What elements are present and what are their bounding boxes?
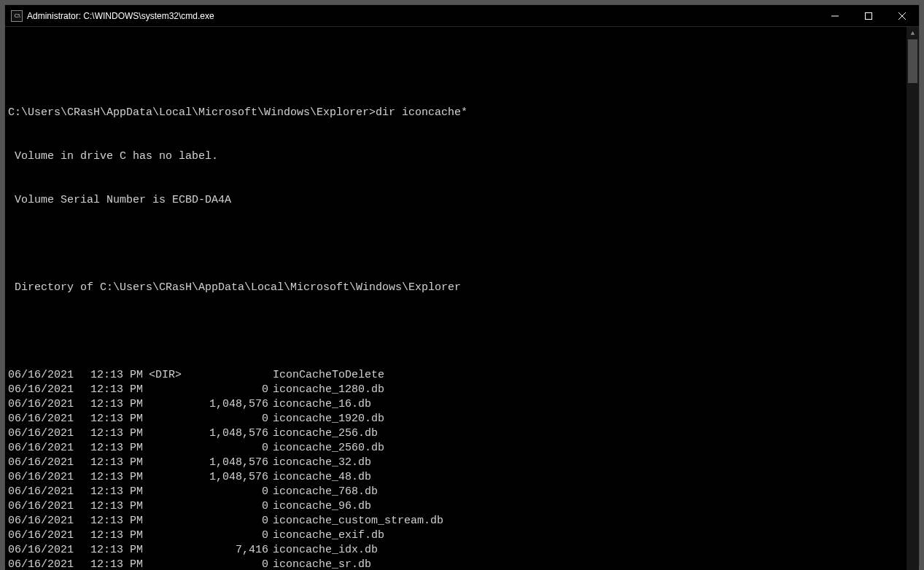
listing-row: 06/16/2021 12:13 PM<DIR>IconCacheToDelet… <box>8 368 906 383</box>
cmd-window: C:\ Administrator: C:\WINDOWS\system32\c… <box>4 4 920 566</box>
cmd-icon: C:\ <box>11 10 23 22</box>
scroll-up-icon[interactable]: ▲ <box>906 27 919 39</box>
listing-row: 06/16/2021 12:13 PM0iconcache_custom_str… <box>8 514 906 528</box>
minimize-button[interactable] <box>818 5 852 27</box>
listing-row: 06/16/2021 12:13 PM0iconcache_96.db <box>8 499 906 514</box>
listing-row: 06/16/2021 12:13 PM0iconcache_1280.db <box>8 383 906 397</box>
minimize-icon <box>831 12 839 20</box>
directory-listing: 06/16/2021 12:13 PM<DIR>IconCacheToDelet… <box>8 368 906 570</box>
titlebar[interactable]: C:\ Administrator: C:\WINDOWS\system32\c… <box>5 5 919 27</box>
maximize-icon <box>865 12 872 20</box>
window-title: Administrator: C:\WINDOWS\system32\cmd.e… <box>27 11 214 21</box>
scroll-thumb[interactable] <box>908 39 917 83</box>
output-line: Volume Serial Number is ECBD-DA4A <box>8 193 906 208</box>
maximize-button[interactable] <box>852 5 885 27</box>
command: dir iconcache* <box>376 106 467 119</box>
listing-row: 06/16/2021 12:13 PM0iconcache_exif.db <box>8 528 906 543</box>
scrollbar[interactable]: ▲ ▼ <box>906 27 919 570</box>
close-button[interactable] <box>885 5 919 27</box>
listing-row: 06/16/2021 12:13 PM1,048,576iconcache_48… <box>8 470 906 485</box>
listing-row: 06/16/2021 12:13 PM1,048,576iconcache_25… <box>8 426 906 441</box>
listing-row: 06/16/2021 12:13 PM1,048,576iconcache_16… <box>8 397 906 412</box>
output-line: Volume in drive C has no label. <box>8 149 906 164</box>
prompt: C:\Users\CRasH\AppData\Local\Microsoft\W… <box>8 106 376 119</box>
listing-row: 06/16/2021 12:13 PM0iconcache_sr.db <box>8 558 906 570</box>
close-icon <box>898 12 906 20</box>
listing-row: 06/16/2021 12:13 PM7,416iconcache_idx.db <box>8 543 906 558</box>
listing-row: 06/16/2021 12:13 PM1,048,576iconcache_32… <box>8 456 906 470</box>
listing-row: 06/16/2021 12:13 PM0iconcache_1920.db <box>8 412 906 426</box>
svg-rect-1 <box>866 12 872 19</box>
listing-row: 06/16/2021 12:13 PM0iconcache_2560.db <box>8 441 906 456</box>
output-line: Directory of C:\Users\CRasH\AppData\Loca… <box>8 281 906 295</box>
listing-row: 06/16/2021 12:13 PM0iconcache_768.db <box>8 485 906 499</box>
terminal-output[interactable]: C:\Users\CRasH\AppData\Local\Microsoft\W… <box>5 27 906 570</box>
